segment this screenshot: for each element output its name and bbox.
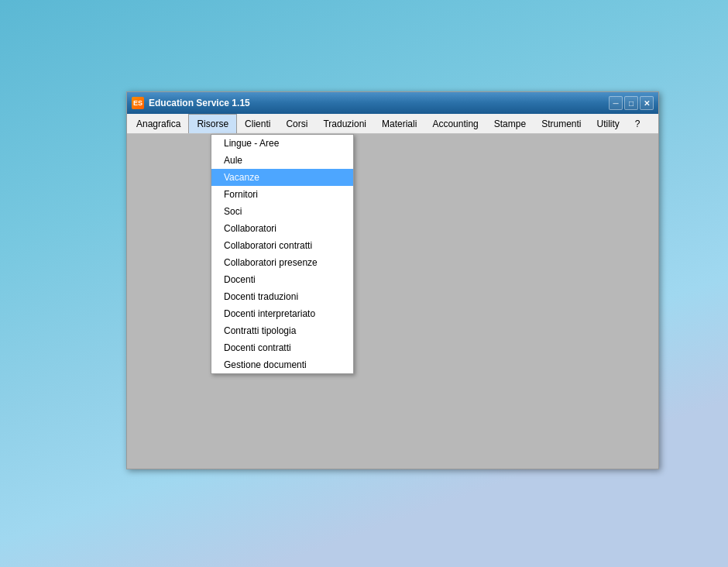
dropdown-item-docenti[interactable]: Docenti bbox=[211, 271, 353, 288]
maximize-button[interactable]: □ bbox=[624, 96, 638, 110]
menu-materiali[interactable]: Materiali bbox=[374, 114, 424, 133]
window-controls: ─ □ ✕ bbox=[609, 96, 654, 110]
menu-help[interactable]: ? bbox=[627, 114, 648, 133]
menu-stampe[interactable]: Stampe bbox=[486, 114, 534, 133]
dropdown-item-docenti-interpretariato[interactable]: Docenti interpretariato bbox=[211, 305, 353, 322]
dropdown-item-fornitori[interactable]: Fornitori bbox=[211, 186, 353, 203]
app-icon: ES bbox=[132, 97, 144, 109]
dropdown-item-docenti-contratti[interactable]: Docenti contratti bbox=[211, 339, 353, 356]
menu-risorse[interactable]: Risorse bbox=[188, 114, 237, 133]
main-content: Lingue - Aree Aule Vacanze Fornitori Soc… bbox=[127, 134, 658, 469]
menu-bar: Anagrafica Risorse Clienti Corsi Traduzi… bbox=[127, 114, 658, 134]
window-title: Education Service 1.15 bbox=[149, 98, 609, 108]
menu-accounting[interactable]: Accounting bbox=[424, 114, 486, 133]
menu-traduzioni[interactable]: Traduzioni bbox=[315, 114, 374, 133]
app-window: ES Education Service 1.15 ─ □ ✕ Anagrafi… bbox=[126, 91, 659, 469]
menu-utility[interactable]: Utility bbox=[589, 114, 627, 133]
menu-strumenti[interactable]: Strumenti bbox=[534, 114, 589, 133]
dropdown-item-vacanze[interactable]: Vacanze bbox=[211, 169, 353, 186]
close-button[interactable]: ✕ bbox=[640, 96, 654, 110]
desktop: ES Education Service 1.15 ─ □ ✕ Anagrafi… bbox=[0, 0, 728, 567]
risorse-dropdown: Lingue - Aree Aule Vacanze Fornitori Soc… bbox=[211, 134, 354, 374]
dropdown-item-soci[interactable]: Soci bbox=[211, 203, 353, 220]
dropdown-item-lingue-aree[interactable]: Lingue - Aree bbox=[211, 135, 353, 152]
menu-clienti[interactable]: Clienti bbox=[237, 114, 278, 133]
dropdown-item-collaboratori[interactable]: Collaboratori bbox=[211, 220, 353, 237]
menu-corsi[interactable]: Corsi bbox=[278, 114, 315, 133]
dropdown-item-contratti-tipologia[interactable]: Contratti tipologia bbox=[211, 322, 353, 339]
dropdown-item-gestione-documenti[interactable]: Gestione documenti bbox=[211, 356, 353, 373]
menu-anagrafica[interactable]: Anagrafica bbox=[129, 114, 188, 133]
dropdown-item-docenti-traduzioni[interactable]: Docenti traduzioni bbox=[211, 288, 353, 305]
dropdown-item-collaboratori-contratti[interactable]: Collaboratori contratti bbox=[211, 237, 353, 254]
dropdown-item-collaboratori-presenze[interactable]: Collaboratori presenze bbox=[211, 254, 353, 271]
dropdown-item-aule[interactable]: Aule bbox=[211, 152, 353, 169]
minimize-button[interactable]: ─ bbox=[609, 96, 623, 110]
title-bar: ES Education Service 1.15 ─ □ ✕ bbox=[127, 92, 658, 114]
